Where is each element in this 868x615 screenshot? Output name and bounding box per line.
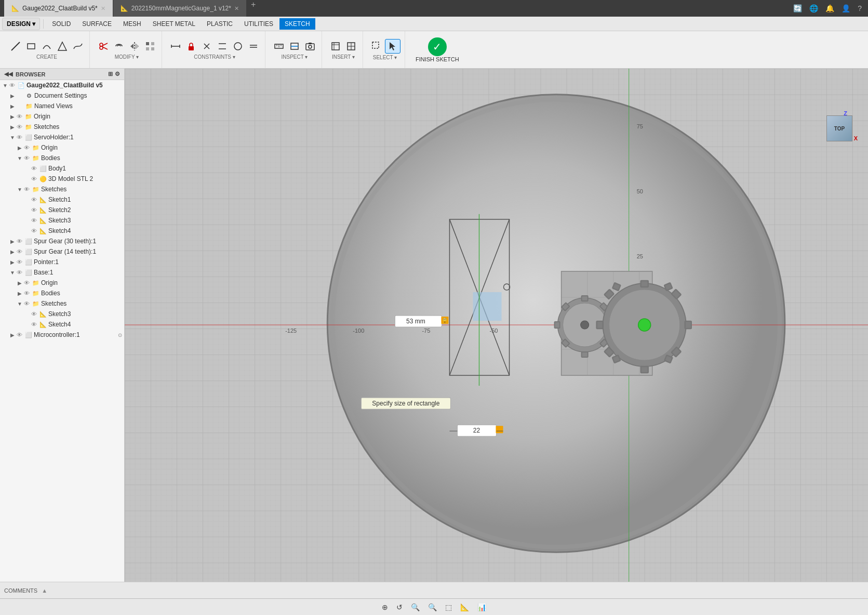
visibility-eye[interactable]: 👁 [17, 259, 22, 265]
tree-arrow[interactable]: ▶ [17, 280, 23, 286]
browser-tree-item[interactable]: ▼👁📄Gauge2022_ClaatBuild v5 [0, 80, 124, 90]
visibility-eye[interactable]: 👁 [24, 280, 30, 286]
visibility-eye[interactable]: 👁 [17, 113, 22, 120]
tool-insert1[interactable] [328, 40, 343, 53]
visibility-eye[interactable]: 👁 [17, 248, 22, 255]
visibility-eye[interactable]: 👁 [17, 332, 22, 338]
browser-tree-item[interactable]: 👁📐Sketch3 [0, 215, 124, 226]
bell-icon[interactable]: 🔔 [823, 2, 836, 15]
browser-tree-item[interactable]: ▶👁📁Origin [0, 111, 124, 122]
comments-expand[interactable]: ▲ [42, 587, 47, 594]
bottom-tool-5[interactable]: ⬚ [443, 601, 454, 613]
tool-triangle[interactable] [55, 40, 70, 53]
browser-tree-item[interactable]: ▶👁⬜Spur Gear (30 teeth):1 [0, 236, 124, 246]
tab-inactive[interactable]: 📐 2022150mmMagneticGauge_1 v12* ✕ [113, 0, 247, 17]
tool-lock[interactable] [184, 40, 198, 53]
visibility-eye[interactable]: 👁 [31, 197, 37, 203]
tree-arrow[interactable]: ▼ [9, 135, 16, 140]
bottom-tool-3[interactable]: 🔍 [409, 601, 422, 613]
menu-mesh[interactable]: MESH [118, 18, 146, 30]
browser-tree-item[interactable]: 👁📐Sketch2 [0, 205, 124, 215]
viewport[interactable]: -125 -100 -75 -50 75 50 25 0 [125, 69, 868, 582]
browser-tree-item[interactable]: ▶👁📁Origin [0, 142, 124, 153]
bottom-tool-1[interactable]: ⊕ [380, 601, 390, 613]
tool-offset[interactable] [112, 40, 126, 53]
browser-tree-item[interactable]: ▶👁📁Bodies [0, 288, 124, 298]
menu-surface[interactable]: SURFACE [77, 18, 117, 30]
visibility-eye[interactable]: 👁 [31, 228, 37, 234]
user-icon[interactable]: 👤 [839, 2, 852, 15]
tree-arrow[interactable]: ▶ [9, 124, 16, 130]
tool-spline[interactable] [71, 40, 85, 53]
tree-arrow[interactable]: ▶ [17, 145, 23, 151]
tool-dim[interactable] [168, 40, 183, 53]
tool-equal[interactable] [246, 40, 261, 53]
visibility-eye[interactable]: 👁 [31, 207, 37, 213]
browser-tree-item[interactable]: ▼👁📁Sketches [0, 298, 124, 309]
tool-mirror[interactable] [127, 40, 142, 53]
view-cube[interactable]: Z TOP X [821, 110, 858, 147]
tool-scissors[interactable] [96, 40, 111, 53]
tab-close2[interactable]: ✕ [234, 5, 239, 12]
menu-utilities[interactable]: UTILITIES [239, 18, 278, 30]
menu-plastic[interactable]: PLASTIC [202, 18, 238, 30]
browser-tree-item[interactable]: ▼👁📁Sketches [0, 184, 124, 194]
browser-tree-item[interactable]: ▶👁⬜Microcontroller:1⊙ [0, 330, 124, 340]
browser-tree-item[interactable]: 👁🟡3D Model STL 2 [0, 174, 124, 184]
tool-select-arrow[interactable] [385, 39, 400, 54]
tab-close[interactable]: ✕ [101, 5, 105, 12]
tool-measure[interactable] [272, 40, 286, 53]
visibility-eye[interactable]: 👁 [17, 134, 22, 140]
tab-add-button[interactable]: + [247, 0, 260, 17]
tree-arrow[interactable]: ▶ [9, 249, 16, 255]
bottom-tool-4[interactable]: 🔍 [426, 601, 439, 613]
tool-line[interactable] [8, 40, 23, 53]
tool-insert2[interactable] [344, 40, 358, 53]
visibility-eye[interactable]: 👁 [24, 155, 30, 161]
tool-select-rect[interactable] [369, 40, 384, 53]
visibility-eye[interactable]: 👁 [9, 82, 15, 88]
browser-tree-item[interactable]: ▶👁⬜Pointer:1 [0, 257, 124, 267]
visibility-eye[interactable]: 👁 [31, 176, 37, 182]
browser-collapse-icon[interactable]: ◀◀ [4, 71, 12, 77]
globe-icon[interactable]: 🌐 [807, 2, 820, 15]
tree-arrow[interactable]: ▼ [17, 187, 23, 192]
tree-arrow[interactable]: ▼ [9, 270, 16, 276]
browser-tree-item[interactable]: ▶👁📁Origin [0, 278, 124, 288]
tree-arrow[interactable]: ▶ [9, 114, 16, 120]
tree-arrow[interactable]: ▶ [17, 291, 23, 296]
browser-tree-item[interactable]: 👁⬜Body1 [0, 163, 124, 174]
tree-arrow[interactable]: ▼ [17, 301, 23, 307]
visibility-eye[interactable]: 👁 [17, 269, 22, 276]
tool-pattern[interactable] [143, 40, 157, 53]
browser-tree-item[interactable]: 👁📐Sketch3 [0, 309, 124, 319]
browser-settings-icon[interactable]: ⚙ [115, 71, 120, 77]
design-dropdown[interactable]: DESIGN ▾ [2, 18, 40, 30]
refresh-icon[interactable]: 🔄 [791, 2, 804, 15]
bottom-tool-7[interactable]: 📊 [475, 601, 488, 613]
visibility-eye[interactable]: 👁 [17, 124, 22, 130]
visibility-eye[interactable]: 👁 [24, 186, 30, 192]
tab-active[interactable]: 📐 Gauge2022_ClaatBuild v5* ✕ [4, 0, 113, 17]
tree-arrow[interactable]: ▶ [9, 103, 16, 109]
browser-tree-item[interactable]: ▶👁⬜Spur Gear (14 teeth):1 [0, 246, 124, 257]
tool-screenshot[interactable] [303, 40, 317, 53]
browser-tree-item[interactable]: ▶👁📁Sketches [0, 122, 124, 132]
visibility-eye[interactable]: 👁 [24, 290, 30, 296]
menu-sketch[interactable]: SKETCH [279, 18, 315, 30]
browser-tree-item[interactable]: ▼👁⬜Base:1 [0, 267, 124, 278]
tool-parallel[interactable] [215, 40, 230, 53]
visibility-eye[interactable]: 👁 [24, 300, 30, 307]
browser-tree-item[interactable]: ▶📁Named Views [0, 101, 124, 111]
tool-circle-const[interactable] [231, 40, 245, 53]
bottom-tool-2[interactable]: ↺ [394, 601, 405, 613]
browser-tree-item[interactable]: 👁📐Sketch4 [0, 319, 124, 330]
visibility-eye[interactable]: 👁 [31, 311, 37, 317]
browser-tree-item[interactable]: 👁📐Sketch4 [0, 226, 124, 236]
visibility-eye[interactable]: 👁 [31, 321, 37, 328]
tool-rect[interactable] [24, 40, 38, 53]
menu-solid[interactable]: SOLID [47, 18, 76, 30]
tree-arrow[interactable]: ▶ [9, 239, 16, 244]
tool-coincident[interactable] [199, 40, 214, 53]
tree-arrow[interactable]: ▶ [9, 332, 16, 338]
